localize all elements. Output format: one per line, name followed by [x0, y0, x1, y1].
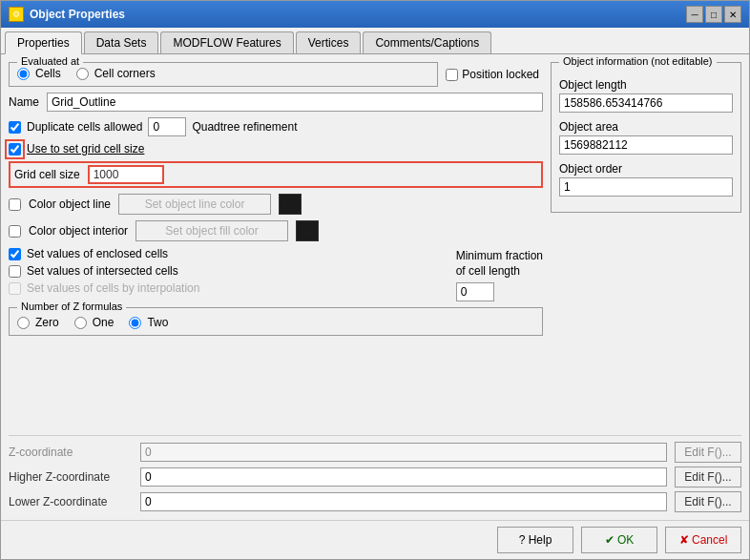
main-area: Evaluated at Cells Cell corners Position…: [9, 62, 741, 429]
z-coord-input[interactable]: [140, 443, 667, 462]
zero-radio[interactable]: [17, 317, 30, 329]
color-line-label: Color object line: [29, 197, 111, 211]
name-label: Name: [9, 95, 39, 109]
lower-z-edit-f-button[interactable]: Edit F()...: [675, 491, 741, 512]
quadtree-input[interactable]: [148, 117, 186, 136]
object-length-field: Object length 158586.653414766: [559, 78, 733, 113]
duplicate-cells-checkbox[interactable]: [9, 121, 21, 134]
color-interior-label: Color object interior: [29, 224, 128, 238]
one-label: One: [93, 316, 115, 329]
title-buttons: ─ □ ✕: [686, 6, 741, 23]
object-info-fields: Object length 158586.653414766 Object ar…: [559, 78, 733, 197]
footer: ? Help ✔ OK ✘ Cancel: [1, 520, 749, 559]
set-interpolation-row: Set values of cells by interpolation: [9, 281, 448, 295]
grid-cell-size-row: Grid cell size: [9, 161, 543, 188]
object-area-field: Object area 1569882112: [559, 120, 733, 155]
set-values-col: Set values of enclosed cells Set values …: [9, 247, 448, 301]
use-to-set-row: Use to set grid cell size: [9, 142, 543, 156]
zero-label: Zero: [35, 316, 59, 329]
duplicate-cells-label: Duplicate cells allowed: [27, 120, 142, 134]
cancel-button[interactable]: ✘ Cancel: [665, 527, 741, 553]
lower-z-row: Lower Z-coordinate Edit F()...: [9, 491, 741, 512]
main-window: ⚙ Object Properties ─ □ ✕ Properties Dat…: [0, 0, 750, 560]
set-intersected-row: Set values of intersected cells: [9, 264, 448, 278]
object-info-title: Object information (not editable): [559, 55, 717, 67]
close-button[interactable]: ✕: [724, 6, 741, 23]
set-fill-color-button[interactable]: Set object fill color: [135, 220, 288, 241]
two-radio-group: Two: [129, 316, 168, 329]
object-length-label: Object length: [559, 78, 733, 92]
object-order-field: Object order 1: [559, 162, 733, 197]
app-icon: ⚙: [9, 7, 24, 22]
set-enclosed-checkbox[interactable]: [9, 248, 21, 260]
tab-data-sets[interactable]: Data Sets: [84, 31, 159, 53]
color-line-checkbox[interactable]: [9, 198, 21, 211]
z-radios: Zero One Two: [17, 312, 534, 329]
cells-radio[interactable]: [17, 68, 30, 80]
fill-color-swatch: [296, 220, 319, 241]
min-fraction-input[interactable]: [456, 282, 494, 301]
title-bar-left: ⚙ Object Properties: [9, 7, 125, 22]
set-enclosed-label: Set values of enclosed cells: [27, 247, 168, 260]
tab-comments[interactable]: Comments/Captions: [363, 31, 491, 53]
ok-button[interactable]: ✔ OK: [581, 527, 657, 553]
higher-z-edit-f-button[interactable]: Edit F()...: [675, 467, 741, 487]
z-coord-row: Z-coordinate Edit F()...: [9, 442, 741, 463]
duplicate-cells-row: Duplicate cells allowed Quadtree refinem…: [9, 117, 543, 136]
two-radio[interactable]: [129, 317, 141, 329]
z-formulas-group: Number of Z formulas Zero One Two: [9, 307, 543, 336]
object-area-label: Object area: [559, 120, 733, 134]
min-fraction-label: Minimum fraction of cell length: [456, 249, 543, 279]
name-row: Name: [9, 93, 543, 112]
left-panel: Evaluated at Cells Cell corners Position…: [9, 62, 543, 429]
position-locked-group: Position locked: [446, 68, 543, 81]
evaluated-at-label: Evaluated at: [17, 55, 83, 67]
two-label: Two: [147, 316, 168, 329]
evaluated-at-group: Evaluated at Cells Cell corners: [9, 62, 438, 87]
window-title: Object Properties: [30, 8, 125, 21]
set-interpolation-label: Set values of cells by interpolation: [27, 281, 199, 295]
cells-radio-group: Cells: [17, 67, 61, 80]
min-fraction-col: Minimum fraction of cell length: [456, 247, 543, 301]
set-intersected-checkbox[interactable]: [9, 265, 21, 278]
cell-corners-label: Cell corners: [94, 67, 156, 80]
object-area-value: 1569882112: [559, 135, 733, 155]
one-radio[interactable]: [74, 317, 87, 329]
tab-vertices[interactable]: Vertices: [296, 31, 362, 53]
z-coord-label: Z-coordinate: [9, 446, 133, 459]
right-panel: Object information (not editable) Object…: [551, 62, 741, 429]
zero-radio-group: Zero: [17, 316, 59, 329]
maximize-button[interactable]: □: [705, 6, 722, 23]
color-line-row: Color object line Set object line color: [9, 194, 543, 215]
z-coord-edit-f-button[interactable]: Edit F()...: [675, 442, 741, 463]
help-button[interactable]: ? Help: [497, 527, 573, 553]
position-locked-checkbox[interactable]: [446, 69, 458, 81]
tab-modflow[interactable]: MODFLOW Features: [160, 31, 293, 53]
lower-z-input[interactable]: [140, 492, 667, 511]
set-intersected-label: Set values of intersected cells: [27, 264, 178, 278]
color-interior-checkbox[interactable]: [9, 225, 21, 238]
use-to-set-label: Use to set grid cell size: [27, 142, 144, 156]
set-values-area: Set values of enclosed cells Set values …: [9, 247, 543, 301]
tab-bar: Properties Data Sets MODFLOW Features Ve…: [1, 28, 749, 54]
object-info-box: Object information (not editable) Object…: [551, 62, 741, 213]
set-enclosed-row: Set values of enclosed cells: [9, 247, 448, 260]
higher-z-input[interactable]: [140, 467, 667, 487]
lower-z-label: Lower Z-coordinate: [9, 495, 133, 508]
main-content: Evaluated at Cells Cell corners Position…: [1, 54, 749, 520]
minimize-button[interactable]: ─: [686, 6, 703, 23]
bottom-section: Z-coordinate Edit F()... Higher Z-coordi…: [9, 435, 741, 512]
z-formulas-title: Number of Z formulas: [17, 301, 126, 312]
object-order-label: Object order: [559, 162, 733, 176]
higher-z-label: Higher Z-coordinate: [9, 470, 133, 484]
cells-label: Cells: [35, 67, 61, 80]
set-interpolation-checkbox[interactable]: [9, 282, 21, 295]
set-line-color-button[interactable]: Set object line color: [118, 194, 271, 215]
use-to-set-checkbox[interactable]: [9, 143, 21, 156]
title-bar: ⚙ Object Properties ─ □ ✕: [1, 1, 749, 28]
name-input[interactable]: [47, 93, 543, 112]
line-color-swatch: [279, 194, 302, 215]
grid-cell-size-input[interactable]: [88, 165, 164, 184]
cell-corners-radio[interactable]: [76, 68, 89, 80]
tab-properties[interactable]: Properties: [5, 31, 82, 54]
